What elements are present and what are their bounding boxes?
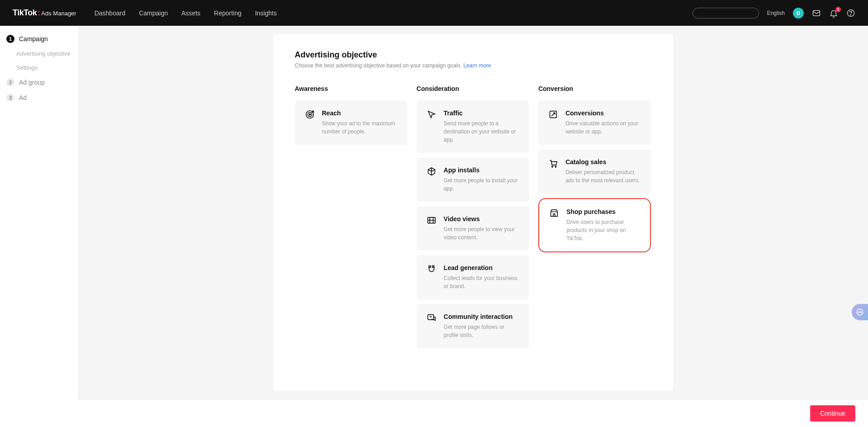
target-icon — [305, 109, 315, 119]
card-desc: Get more people to install your app. — [444, 176, 519, 193]
logo-sub: Ads Manager — [41, 10, 76, 17]
card-title: Traffic — [444, 109, 519, 117]
sidebar-step-adgroup[interactable]: 2 Ad group — [0, 75, 78, 90]
card-title: Video views — [444, 215, 519, 223]
step-num-2: 2 — [6, 78, 14, 86]
magnet-icon — [427, 264, 436, 274]
card-title: Conversions — [565, 109, 641, 117]
logo[interactable]: TikTok: Ads Manager — [13, 8, 76, 18]
card-desc: Get more people to view your video conte… — [444, 225, 519, 242]
chat-bubble[interactable] — [852, 304, 868, 320]
heart-chat-icon — [427, 313, 436, 323]
card-title: Lead generation — [444, 264, 519, 271]
svg-point-9 — [552, 166, 553, 167]
svg-point-10 — [555, 166, 556, 167]
panel-title: Advertising objective — [295, 50, 651, 60]
nav-assets[interactable]: Assets — [181, 9, 200, 17]
topbar-right: English D 1 — [693, 8, 855, 19]
card-desc: Get more page follows or profile visits. — [444, 323, 519, 339]
nav-reporting[interactable]: Reporting — [214, 9, 242, 17]
sidebar-sub-settings[interactable]: Settings — [0, 61, 78, 75]
col-head-conversion: Conversion — [538, 85, 651, 92]
card-title: Shop purchases — [566, 208, 640, 215]
step-label-2: Ad group — [19, 79, 45, 86]
step-label-3: Ad — [19, 94, 27, 101]
card-community-interaction[interactable]: Community interaction Get more page foll… — [417, 304, 529, 348]
panel-desc: Choose the best advertising objective ba… — [295, 62, 651, 69]
storefront-icon — [549, 208, 559, 218]
card-desc: Collect leads for your business or brand… — [444, 274, 519, 290]
main-area: Advertising objective Choose the best ad… — [78, 26, 868, 427]
card-lead-generation[interactable]: Lead generation Collect leads for your b… — [417, 255, 529, 299]
card-desc: Show your ad to the maximum number of pe… — [322, 119, 398, 136]
card-reach[interactable]: Reach Show your ad to the maximum number… — [295, 100, 408, 145]
card-desc: Send more people to a destination on you… — [444, 119, 519, 144]
bell-icon[interactable]: 1 — [829, 9, 838, 18]
sidebar-step-ad[interactable]: 3 Ad — [0, 90, 78, 105]
col-awareness: Awareness Reach Show your ad to the maxi… — [295, 85, 408, 353]
svg-point-12 — [858, 312, 859, 313]
nav-insights[interactable]: Insights — [255, 9, 277, 17]
svg-point-2 — [850, 14, 851, 15]
language-selector[interactable]: English — [767, 10, 785, 16]
search-input[interactable] — [693, 8, 759, 19]
svg-point-13 — [859, 312, 860, 313]
logo-colon: : — [38, 8, 40, 18]
card-traffic[interactable]: Traffic Send more people to a destinatio… — [417, 100, 529, 153]
card-title: App installs — [444, 166, 519, 174]
svg-point-14 — [861, 312, 862, 313]
notification-badge: 1 — [835, 7, 841, 12]
col-head-awareness: Awareness — [295, 85, 408, 92]
sidebar: 1 Campaign Advertising objective Setting… — [0, 26, 78, 427]
card-conversions[interactable]: Conversions Drive valuable actions on yo… — [538, 100, 651, 145]
panel-desc-text: Choose the best advertising objective ba… — [295, 62, 464, 69]
arrow-up-right-icon — [548, 109, 558, 119]
step-num-3: 3 — [6, 94, 14, 102]
objective-panel: Advertising objective Choose the best ad… — [273, 34, 673, 391]
learn-more-link[interactable]: Learn more — [463, 62, 491, 69]
card-desc: Drive users to purchase products in your… — [566, 218, 640, 242]
logo-main: TikTok — [13, 8, 37, 18]
inbox-icon[interactable] — [812, 9, 821, 18]
help-icon[interactable] — [846, 9, 855, 18]
cart-icon — [548, 158, 558, 168]
col-head-consideration: Consideration — [417, 85, 529, 92]
card-shop-purchases[interactable]: Shop purchases Drive users to purchase p… — [538, 198, 651, 252]
cursor-icon — [427, 109, 436, 119]
card-desc: Drive valuable actions on your website o… — [565, 119, 641, 136]
step-label-1: Campaign — [19, 35, 48, 43]
objective-columns: Awareness Reach Show your ad to the maxi… — [295, 85, 651, 353]
footer-bar: Continue — [78, 399, 868, 427]
card-title: Catalog sales — [565, 158, 641, 166]
top-nav: Dashboard Campaign Assets Reporting Insi… — [95, 9, 277, 17]
cube-icon — [427, 166, 436, 176]
svg-point-5 — [309, 114, 310, 115]
step-num-1: 1 — [6, 35, 14, 43]
sidebar-step-campaign[interactable]: 1 Campaign — [0, 31, 78, 47]
card-title: Community interaction — [444, 313, 519, 320]
topbar: TikTok: Ads Manager Dashboard Campaign A… — [0, 0, 868, 26]
sidebar-sub-advertising-objective[interactable]: Advertising objective — [0, 47, 78, 61]
nav-dashboard[interactable]: Dashboard — [95, 9, 126, 17]
card-video-views[interactable]: Video views Get more people to view your… — [417, 206, 529, 251]
card-catalog-sales[interactable]: Catalog sales Deliver personalized produ… — [538, 149, 651, 194]
continue-button[interactable]: Continue — [810, 405, 855, 422]
avatar[interactable]: D — [793, 8, 804, 19]
card-title: Reach — [322, 109, 398, 117]
video-icon — [427, 215, 436, 225]
col-consideration: Consideration Traffic Send more people t… — [417, 85, 529, 353]
nav-campaign[interactable]: Campaign — [139, 9, 168, 17]
card-app-installs[interactable]: App installs Get more people to install … — [417, 157, 529, 202]
card-desc: Deliver personalized product ads to the … — [565, 168, 641, 185]
col-conversion: Conversion Conversions Drive valuable ac… — [538, 85, 651, 353]
